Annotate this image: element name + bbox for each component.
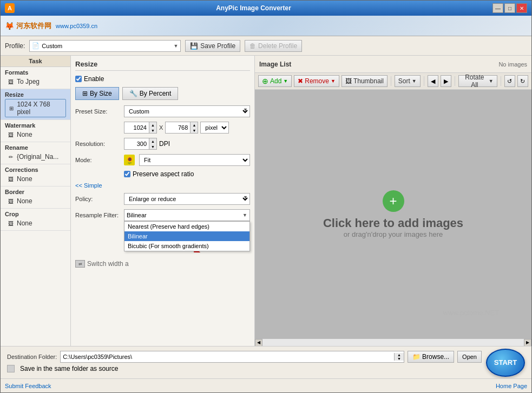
resample-label: Resample Filter: [75,212,124,218]
dropdown-item-nearest[interactable]: Nearest (Preserve hard edges) [124,222,249,231]
remove-arrow-icon: ▼ [331,78,336,84]
remove-button[interactable]: ✖ Remove ▼ [294,75,339,87]
add-icon: ⊕ [262,77,268,85]
corrections-icon: 🖼 [7,175,15,183]
dropdown-item-bicubic[interactable]: Bicubic (For smooth gradients) [124,241,249,251]
sidebar-item-corrections[interactable]: 🖼 None [5,174,66,184]
maximize-button[interactable]: □ [504,3,515,13]
start-button[interactable]: START [486,349,525,377]
window-controls[interactable]: — □ ✕ [492,3,527,13]
scroll-right-button[interactable]: ▶ [524,339,531,347]
open-button[interactable]: Open [457,351,482,363]
switch-label: Switch width a [87,260,129,268]
sidebar-item-rename[interactable]: ✏ {Original_Na... [5,152,66,162]
sidebar-item-crop[interactable]: 🖼 None [5,218,66,228]
mode-label: Mode: [75,157,124,163]
height-up-button[interactable]: ▲ [190,122,198,128]
sidebar-corrections-section: Corrections 🖼 None [1,164,70,186]
resolution-row: Resolution: ▲ ▼ DPI [75,138,250,150]
policy-select[interactable]: Enlarge or reduce [124,193,250,205]
resolution-up-button[interactable]: ▲ [149,138,156,144]
rename-icon: ✏ [7,153,15,161]
minimize-button[interactable]: — [492,3,503,13]
sidebar-crop-title: Crop [5,211,66,217]
toolbar-divider-2 [424,76,424,86]
enable-checkbox[interactable] [75,76,82,82]
thumbnail-button[interactable]: 🖼 Thumbnail [341,75,387,87]
preset-select-wrap: Custom [124,105,250,117]
height-input[interactable] [166,122,190,133]
image-action-toolbar: ⊕ Add ▼ ✖ Remove ▼ 🖼 Thumbnail [255,73,531,90]
resolution-input[interactable] [124,138,149,149]
same-folder-label: Save in the same folder as source [20,365,118,372]
profile-label: Profile: [5,42,25,50]
redo-button[interactable]: ↻ [517,75,528,87]
sidebar-item-watermark[interactable]: 🖼 None [5,130,66,139]
mode-row: Mode: 🌻 Fit [75,154,250,166]
resolution-label: Resolution: [75,141,124,147]
scroll-track[interactable] [262,339,524,347]
sidebar-rename-section: Rename ✏ {Original_Na... [1,142,70,164]
path-up-button[interactable]: ▲ [395,353,404,357]
save-profile-button[interactable]: 💾 Save Profile [185,40,240,52]
destination-label: Destination Folder: [7,354,57,360]
percent-icon: 🔧 [129,90,137,97]
height-down-button[interactable]: ▼ [190,128,198,133]
width-input[interactable] [124,122,149,133]
resize-panel: Resize Enable ⊞ By Size 🔧 By Percent [71,56,255,346]
resample-dropdown-trigger[interactable]: Bilinear ▼ [124,209,250,221]
unit-select[interactable]: pixel [200,122,229,134]
width-spin: ▲ ▼ [124,122,157,134]
browse-button[interactable]: 📁 Browse... [408,351,454,363]
mode-select[interactable]: Fit [139,154,250,166]
enable-checkbox-row: Enable [75,75,250,83]
by-percent-button[interactable]: 🔧 By Percent [122,87,179,100]
left-button[interactable]: ◀ [428,75,438,87]
add-button[interactable]: ⊕ Add ▼ [258,75,292,87]
dimension-separator: X [159,124,163,131]
click-to-add-text: Click here to add images [323,216,463,230]
border-icon: 🖼 [7,197,15,205]
crop-icon: 🖼 [7,219,15,227]
image-list-toolbar: Image List No images [255,56,531,73]
sort-button[interactable]: Sort ▼ [395,75,421,87]
destination-input[interactable] [61,351,394,362]
width-down-button[interactable]: ▼ [149,128,156,133]
sidebar-formats-title: Formats [5,69,66,76]
sidebar-task-label: Task [1,56,70,67]
save-icon: 💾 [190,42,198,50]
sidebar-item-border[interactable]: 🖼 None [5,196,66,206]
preset-select[interactable]: Custom [124,105,250,117]
simple-link[interactable]: << Simple [75,182,250,189]
undo-button[interactable]: ↺ [504,75,515,87]
sidebar-item-border-label: None [17,197,32,205]
rotate-all-button[interactable]: Rotate All ▼ [458,75,497,87]
preserve-check-row: Preserve aspect ratio [124,170,250,178]
path-down-button[interactable]: ▼ [395,357,404,361]
scroll-left-button[interactable]: ◀ [255,339,262,347]
sort-arrow-icon: ▼ [412,78,417,84]
drag-drop-text: or drag'n'drop your images here [344,230,443,238]
add-circle-button[interactable]: + [383,190,404,212]
resolution-down-button[interactable]: ▼ [149,144,156,149]
preset-size-row: Preset Size: Custom [75,105,250,117]
right-button[interactable]: ▶ [441,75,451,87]
title-bar: A AnyPic Image Converter — □ ✕ [1,1,531,16]
sidebar-item-resize[interactable]: ⊞ 1024 X 768 pixel [5,99,66,117]
dropdown-item-bilinear[interactable]: Bilinear [124,231,249,241]
home-page-link[interactable]: Home Page [496,383,527,389]
resample-arrow-icon: ▼ [242,212,247,218]
sidebar-item-formats[interactable]: 🖼 To Jpeg [5,77,66,86]
delete-profile-button[interactable]: 🗑 Delete Profile [245,40,302,52]
close-button[interactable]: ✕ [516,3,527,13]
image-drop-area[interactable]: www.pctome.NET + Click here to add image… [255,90,531,338]
dimension-row: ▲ ▼ X ▲ ▼ pixel [124,122,250,134]
width-up-button[interactable]: ▲ [149,122,156,128]
sidebar-resize-title: Resize [5,91,66,98]
submit-feedback-link[interactable]: Submit Feedback [5,383,51,389]
resize-panel-title: Resize [75,60,250,71]
dpi-label: DPI [159,140,170,148]
by-size-button[interactable]: ⊞ By Size [75,87,119,100]
preserve-checkbox[interactable] [124,171,130,177]
sidebar-corrections-title: Corrections [5,166,66,173]
